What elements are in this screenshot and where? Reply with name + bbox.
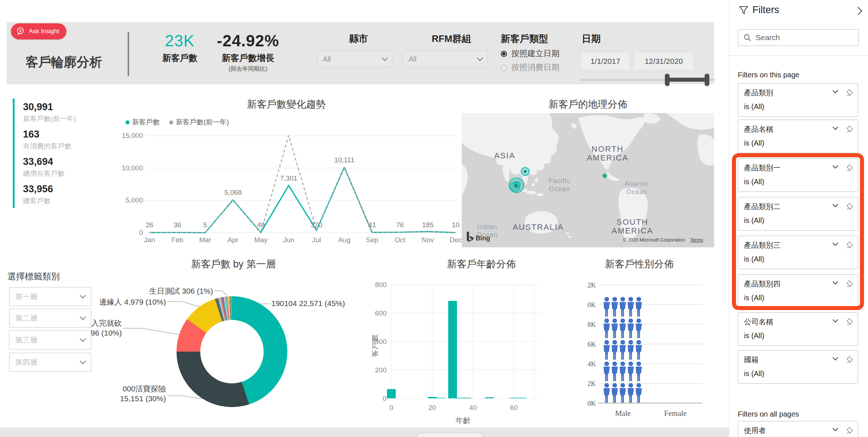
person-icon[interactable] bbox=[636, 318, 642, 338]
person-icon[interactable] bbox=[612, 297, 618, 317]
eraser-icon[interactable] bbox=[846, 318, 853, 325]
person-icon[interactable] bbox=[628, 361, 634, 381]
chevron-down-icon[interactable] bbox=[833, 317, 838, 323]
person-icon[interactable] bbox=[604, 361, 610, 381]
chevron-down-icon[interactable] bbox=[833, 426, 838, 432]
svg-text:年齡: 年齡 bbox=[456, 416, 471, 425]
bing-map[interactable]: ASIA NORTH AMERICA Pacific Ocean Atlanti… bbox=[462, 113, 714, 247]
map-copyright: © 2020 Microsoft Corporation bbox=[623, 237, 685, 243]
line-series[interactable] bbox=[150, 167, 456, 233]
slicer-dropdown-level3[interactable]: 第三層 bbox=[9, 330, 91, 349]
person-icon[interactable] bbox=[628, 383, 634, 403]
filter-card[interactable]: 產品類別二is (All) bbox=[738, 197, 858, 231]
person-icon[interactable] bbox=[604, 340, 610, 360]
filter-card[interactable]: 國籍is (All) bbox=[738, 350, 858, 384]
svg-text:Jun: Jun bbox=[283, 236, 294, 244]
slicer-title: 選擇標籤類別 bbox=[7, 271, 117, 282]
radio-by-consume-date[interactable]: 按照消費日期 bbox=[501, 62, 559, 73]
kpi-item: 33,694 總潛在客戶數 bbox=[23, 156, 125, 178]
radio-by-create-date[interactable]: 按照建立日期 bbox=[501, 49, 559, 59]
filter-card[interactable]: 產品名稱is (All) bbox=[738, 120, 858, 153]
person-icon[interactable] bbox=[620, 318, 626, 338]
person-icon[interactable] bbox=[612, 340, 618, 360]
bar[interactable] bbox=[436, 398, 445, 398]
map-bubble-cluster-asia[interactable] bbox=[509, 178, 524, 193]
filter-card[interactable]: 產品類別四is (All) bbox=[738, 274, 858, 308]
person-icon[interactable] bbox=[628, 297, 634, 317]
bar[interactable] bbox=[462, 398, 471, 398]
bar[interactable] bbox=[428, 397, 437, 398]
bar[interactable] bbox=[387, 389, 396, 398]
eraser-icon[interactable] bbox=[846, 202, 853, 210]
person-icon[interactable] bbox=[612, 361, 618, 381]
filter-card[interactable]: 產品類別is (All) bbox=[738, 83, 858, 117]
slicer-dropdown-level2[interactable]: 第二層 bbox=[9, 309, 91, 328]
filter-card[interactable]: 公司名稱is (All) bbox=[738, 312, 858, 346]
date-slider-handle-right[interactable] bbox=[705, 74, 709, 86]
eraser-icon[interactable] bbox=[846, 356, 853, 363]
chevron-down-icon[interactable] bbox=[833, 355, 838, 361]
chevron-down-icon[interactable] bbox=[833, 240, 838, 246]
svg-text:40: 40 bbox=[469, 404, 477, 411]
person-icon[interactable] bbox=[612, 383, 618, 403]
chevron-down-icon[interactable] bbox=[833, 88, 838, 94]
person-icon[interactable] bbox=[628, 340, 634, 360]
person-icon[interactable] bbox=[636, 297, 642, 317]
map-bubble-japan[interactable] bbox=[521, 167, 529, 175]
ask-insight-button[interactable]: Ask Insight bbox=[11, 23, 66, 39]
date-slider-handle-left[interactable] bbox=[665, 74, 670, 86]
eraser-icon[interactable] bbox=[846, 125, 853, 132]
filters-pane-title: Filters bbox=[752, 4, 779, 16]
eraser-icon[interactable] bbox=[846, 164, 853, 171]
eraser-icon[interactable] bbox=[846, 280, 853, 287]
bar[interactable] bbox=[509, 398, 518, 398]
chevron-down-icon[interactable] bbox=[833, 124, 838, 130]
kpi-label: 新客戶數(前一年) bbox=[23, 114, 125, 124]
bar[interactable] bbox=[518, 398, 526, 398]
line-series[interactable] bbox=[150, 136, 456, 233]
date-slider-range[interactable] bbox=[667, 78, 708, 82]
rfm-filter-dropdown[interactable]: All bbox=[403, 51, 488, 67]
filter-card[interactable]: 使用者 bbox=[738, 421, 858, 437]
collapse-pane-icon[interactable] bbox=[854, 7, 863, 15]
svg-text:600: 600 bbox=[375, 309, 387, 317]
person-icon[interactable] bbox=[628, 318, 634, 338]
kpi-value: 23K bbox=[149, 32, 211, 50]
chevron-down-icon[interactable] bbox=[833, 163, 838, 169]
person-icon[interactable] bbox=[620, 297, 626, 317]
eraser-icon[interactable] bbox=[846, 426, 853, 434]
bar[interactable] bbox=[485, 397, 494, 398]
person-icon[interactable] bbox=[604, 318, 610, 338]
horizontal-scrollbar-thumb[interactable] bbox=[418, 433, 483, 437]
map-label-asia: ASIA bbox=[494, 151, 515, 160]
chevron-down-icon[interactable] bbox=[833, 202, 838, 208]
person-icon[interactable] bbox=[636, 383, 642, 403]
person-icon[interactable] bbox=[604, 383, 610, 403]
dropdown-placeholder: 第二層 bbox=[15, 313, 37, 323]
county-filter-dropdown[interactable]: All bbox=[317, 51, 392, 67]
slicer-dropdown-level1[interactable]: 第一層 bbox=[9, 287, 91, 306]
map-terms-link[interactable]: Terms bbox=[690, 237, 704, 243]
svg-text:200: 200 bbox=[375, 366, 387, 374]
person-icon[interactable] bbox=[636, 361, 642, 381]
radio-label: 按照建立日期 bbox=[511, 48, 559, 59]
slicer-dropdown-level4[interactable]: 第四層 bbox=[9, 353, 91, 372]
person-icon[interactable] bbox=[604, 297, 610, 317]
filter-card[interactable]: 產品類別三is (All) bbox=[738, 236, 858, 269]
chat-insight-icon bbox=[16, 27, 26, 36]
date-end-input[interactable]: 12/31/2020 bbox=[633, 52, 694, 71]
eraser-icon[interactable] bbox=[846, 241, 853, 248]
date-start-input[interactable]: 1/1/2017 bbox=[581, 52, 630, 71]
map-bubble-north-america[interactable] bbox=[603, 174, 607, 178]
svg-text:10: 10 bbox=[452, 221, 460, 229]
person-icon[interactable] bbox=[620, 340, 626, 360]
bar[interactable] bbox=[448, 301, 457, 398]
person-icon[interactable] bbox=[620, 361, 626, 381]
filter-card[interactable]: 產品類別一is (All) bbox=[738, 158, 858, 192]
filters-search-box[interactable]: Search bbox=[738, 29, 859, 46]
chevron-down-icon[interactable] bbox=[833, 279, 838, 285]
person-icon[interactable] bbox=[612, 318, 618, 338]
eraser-icon[interactable] bbox=[846, 89, 853, 96]
person-icon[interactable] bbox=[620, 383, 626, 403]
person-icon[interactable] bbox=[636, 340, 642, 360]
